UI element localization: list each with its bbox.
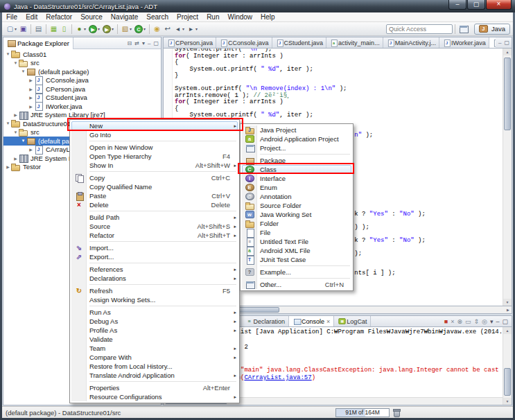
tree-item-src[interactable]: ▼src	[3, 59, 161, 68]
menu-item-references[interactable]: References▸	[71, 265, 238, 274]
scroll-lock-icon[interactable]: ⇕	[474, 318, 480, 325]
menu-item-import[interactable]: ⇘Import...	[71, 243, 238, 252]
menu-search[interactable]: Search	[142, 13, 173, 21]
open-perspective-button[interactable]	[457, 24, 471, 35]
stacktrace-link[interactable]: CArrayList.java:57	[244, 374, 311, 381]
view-tab-logcat[interactable]: ≣LogCat	[334, 316, 371, 326]
menu-item-show-in[interactable]: Show InAlt+Shift+W▸	[71, 161, 238, 170]
java-perspective-button[interactable]: J Java	[474, 24, 510, 35]
menu-item-open-in-new-window[interactable]: Open in New Window	[71, 143, 238, 152]
menu-item-enum[interactable]: EEnum	[242, 183, 351, 192]
menu-item-annotation[interactable]: @Annotation	[242, 192, 351, 201]
forward-button[interactable]: ▸▾	[186, 24, 199, 35]
menu-item-declarations[interactable]: Declarations▸	[71, 274, 238, 283]
menu-item-team[interactable]: Team▸	[71, 344, 238, 353]
editor-tab-iworker-java[interactable]: JIWorker.java	[439, 37, 489, 48]
menu-item-copy-qualified-name[interactable]: Copy Qualified Name	[71, 182, 238, 191]
close-button[interactable]: ×	[486, 0, 512, 10]
minimize-icon[interactable]: –	[148, 40, 150, 46]
menu-item-export[interactable]: ⇗Export...	[71, 252, 238, 261]
menu-item-java-project[interactable]: JJava Project	[242, 125, 351, 134]
menu-item-refresh[interactable]: ↻RefreshF5	[71, 286, 238, 295]
menu-refactor[interactable]: Refactor	[42, 13, 76, 21]
menu-help[interactable]: Help	[256, 13, 279, 21]
menu-item-build-path[interactable]: Build Path▸	[71, 213, 238, 222]
collapse-arrow-icon[interactable]: ▼	[12, 130, 19, 134]
menu-project[interactable]: Project	[173, 13, 202, 21]
tree-item-default-package[interactable]: ▼(default package)	[3, 67, 161, 76]
expand-arrow-icon[interactable]: ▶	[28, 95, 34, 100]
collapse-all-icon[interactable]: ⊟	[128, 40, 132, 46]
minimize-icon[interactable]: –	[498, 40, 501, 46]
android-virtual-device-manager-button[interactable]: ▯	[59, 24, 69, 35]
external-tools-button[interactable]: ▶▾	[101, 24, 115, 35]
new-java-project-button[interactable]: ▧▾	[120, 24, 133, 35]
menu-item-compare-with[interactable]: Compare With▸	[71, 353, 238, 362]
view-menu-icon[interactable]: ▾	[142, 40, 145, 46]
remove-launch-icon[interactable]: ×	[451, 318, 454, 325]
collapse-arrow-icon[interactable]: ▼	[5, 121, 11, 125]
quick-access-input[interactable]	[386, 24, 453, 34]
menu-item-folder[interactable]: Folder	[242, 219, 351, 228]
menu-item-copy[interactable]: CopyCtrl+C	[71, 173, 238, 182]
menu-item-assign-working-sets[interactable]: Assign Working Sets...	[71, 295, 238, 304]
menu-item-android-application-project[interactable]: aAndroid Application Project	[242, 134, 351, 143]
menu-item-properties[interactable]: PropertiesAlt+Enter	[71, 383, 238, 392]
save-button[interactable]: ▣	[18, 24, 28, 35]
minimize-icon[interactable]: –	[496, 318, 499, 325]
heap-status[interactable]: 91M of 164M	[335, 408, 390, 417]
pin-console-icon[interactable]: ◎	[482, 318, 487, 325]
maximize-icon[interactable]: ▢	[153, 40, 159, 46]
scroll-right-icon[interactable]: ▶	[505, 306, 512, 313]
menu-item-untitled-text-file[interactable]: ≡Untitled Text File	[242, 237, 351, 246]
view-tab-declaration[interactable]: ≡Declaration	[241, 316, 290, 326]
close-tab-icon[interactable]: ×	[326, 318, 330, 325]
editor-tab-cstudent-java[interactable]: JCStudent.java	[272, 37, 327, 48]
expand-arrow-icon[interactable]: ▶	[28, 147, 34, 152]
menu-item-run-as[interactable]: Run As▸	[71, 308, 238, 317]
menu-item-refactor[interactable]: RefactorAlt+Shift+T▸	[71, 231, 238, 240]
menu-item-new[interactable]: New▸	[71, 121, 238, 130]
menu-item-go-into[interactable]: Go Into	[71, 130, 238, 139]
scroll-down-icon[interactable]: ▼	[503, 299, 512, 306]
menu-window[interactable]: Window	[223, 13, 256, 21]
menu-item-resource-configurations[interactable]: Resource Configurations▸	[71, 392, 238, 401]
collapse-arrow-icon[interactable]: ▼	[20, 139, 26, 143]
menu-item-open-type-hierarchy[interactable]: Open Type HierarchyF4	[71, 152, 238, 161]
menu-item-translate-android-application[interactable]: Translate Android Application▸	[71, 371, 238, 380]
link-with-editor-icon[interactable]: ⇄	[134, 40, 139, 46]
menu-item-debug-as[interactable]: Debug As▸	[71, 317, 238, 326]
menu-item-source[interactable]: SourceAlt+Shift+S▸	[71, 222, 238, 231]
view-tab-console[interactable]: Console×	[289, 316, 334, 326]
package-explorer-tab[interactable]: Package Explorer	[3, 37, 73, 49]
tree-item-class01[interactable]: ▼Class01	[3, 50, 161, 59]
terminate-icon[interactable]: ■	[444, 318, 448, 325]
java-search-button[interactable]: ◉	[152, 24, 162, 35]
clear-console-icon[interactable]: ▭	[465, 318, 471, 325]
debug-button[interactable]: ●▾	[74, 24, 87, 35]
menu-navigate[interactable]: Navigate	[107, 13, 142, 21]
new-wizard-button[interactable]: ▢▾	[5, 24, 18, 35]
tree-item-cperson-java[interactable]: ▶JCPerson.java	[3, 85, 161, 94]
tree-item-cstudent-java[interactable]: ▶JCStudent.java	[3, 94, 161, 103]
menu-item-android-xml-file[interactable]: aAndroid XML File	[242, 246, 351, 255]
menu-source[interactable]: Source	[76, 13, 107, 21]
menu-item-paste[interactable]: PasteCtrl+V	[71, 191, 238, 200]
maximize-icon[interactable]: ▢	[504, 40, 509, 46]
minimize-button[interactable]: –	[448, 0, 466, 10]
menu-item-restore-from-local-history[interactable]: Restore from Local History...	[71, 362, 238, 371]
new-java-class-button[interactable]: C▾	[133, 24, 147, 35]
menu-item-example[interactable]: ?Example...	[242, 268, 351, 277]
menu-edit[interactable]: Edit	[21, 13, 42, 21]
menu-file[interactable]: File	[2, 13, 21, 21]
editor-tab-cperson-java[interactable]: JCPerson.java	[164, 37, 216, 48]
menu-item-file[interactable]: File	[242, 228, 351, 237]
menu-item-package[interactable]: Package	[242, 156, 351, 165]
menu-item-java-working-set[interactable]: wJava Working Set	[242, 210, 351, 219]
scroll-up-icon[interactable]: ▲	[503, 49, 512, 55]
editor-tab-carraylist-j[interactable]: J*CArrayList.j...×	[489, 37, 496, 48]
tree-item-cconsole-java[interactable]: ▶JCConsole.java	[3, 76, 161, 85]
expand-arrow-icon[interactable]: ▶	[28, 104, 34, 109]
editor-tab-cconsole-java[interactable]: JCConsole.java	[216, 37, 272, 48]
editor-tab-activity-main[interactable]: aactivity_main...	[326, 37, 383, 48]
